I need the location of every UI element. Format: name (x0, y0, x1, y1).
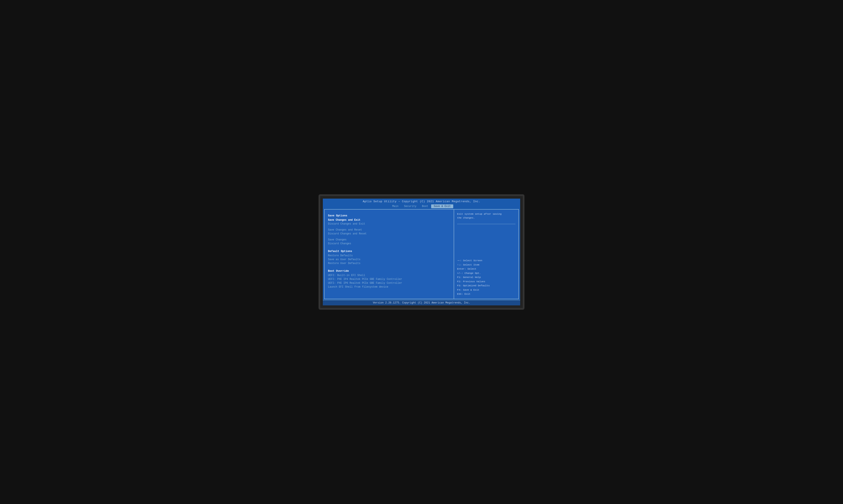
key-help: →←: Select Screen ↑↓: Select Item Enter:… (457, 258, 516, 296)
key-f4: F4: Save & Exit (457, 288, 516, 292)
bios-screen: Aptio Setup Utility – Copyright (C) 2021… (323, 199, 520, 305)
uefi-ip4-option[interactable]: UEFI: PXE IP4 Realtek PCIe GBE Family Co… (328, 277, 450, 281)
uefi-ip6-option[interactable]: UEFI: PXE IP6 Realtek PCIe GBE Family Co… (328, 281, 450, 285)
menu-security[interactable]: Security (401, 204, 419, 208)
content-area: Save Options Save Changes and Exit Disca… (324, 209, 519, 299)
key-f2: F2: Previous Values (457, 280, 516, 284)
discard-changes-exit-option[interactable]: Discard Changes and Exit (328, 222, 450, 226)
save-changes-reset-option[interactable]: Save Changes and Reset (328, 228, 450, 232)
description-text: Exit system setup after savingthe change… (457, 212, 516, 220)
restore-user-defaults-option[interactable]: Restore User Defaults (328, 262, 450, 265)
launch-efi-option[interactable]: Launch EFI Shell from filesystem device (328, 285, 450, 289)
key-enter: Enter: Select (457, 267, 516, 271)
save-as-user-defaults-option[interactable]: Save as User Defaults (328, 257, 450, 262)
save-options-header: Save Options (328, 214, 450, 217)
save-changes-option[interactable]: Save Changes (328, 238, 450, 242)
key-select-item: ↑↓: Select Item (457, 263, 516, 267)
boot-override-header: Boot Override (328, 270, 450, 273)
title-bar: Aptio Setup Utility – Copyright (C) 2021… (323, 199, 520, 204)
divider (457, 224, 516, 224)
save-changes-exit-option[interactable]: Save Changes and Exit (328, 218, 450, 222)
footer-text: Version 2.20.1275. Copyright (C) 2021 Am… (373, 301, 470, 304)
title-text: Aptio Setup Utility – Copyright (C) 2021… (363, 200, 480, 203)
monitor: Aptio Setup Utility – Copyright (C) 2021… (319, 194, 524, 310)
menu-boot[interactable]: Boot (419, 204, 431, 208)
key-change-opt: +/-: Change Opt. (457, 271, 516, 275)
menu-bar: Main Security Boot Save & Exit (323, 204, 520, 209)
key-f3: F3: Optimized Defaults (457, 284, 516, 288)
key-select-screen: →←: Select Screen (457, 258, 516, 263)
menu-save-exit[interactable]: Save & Exit (431, 204, 453, 208)
key-f1: F1: General Help (457, 275, 516, 280)
key-esc: ESC: Exit (457, 292, 516, 296)
discard-changes-reset-option[interactable]: Discard Changes and Reset (328, 232, 450, 236)
uefi-efi-shell-option[interactable]: UEFI: Built-in EFI Shell (328, 273, 450, 277)
default-options-header: Default Options (328, 250, 450, 253)
left-panel: Save Options Save Changes and Exit Disca… (325, 210, 454, 299)
menu-main[interactable]: Main (390, 204, 401, 208)
restore-defaults-option[interactable]: Restore Defaults (328, 254, 450, 257)
discard-changes-option[interactable]: Discard Changes (328, 242, 450, 246)
footer-bar: Version 2.20.1275. Copyright (C) 2021 Am… (323, 300, 520, 305)
right-panel: Exit system setup after savingthe change… (454, 210, 518, 299)
